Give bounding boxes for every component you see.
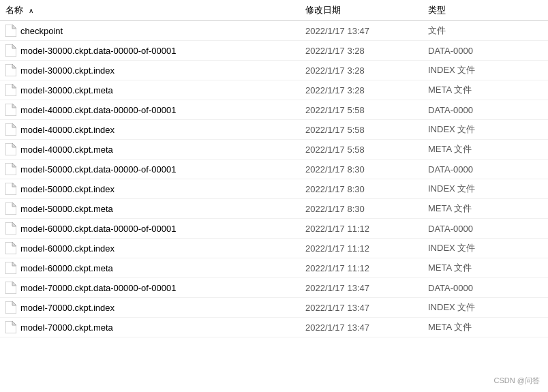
- file-type-cell: META 文件: [423, 80, 548, 100]
- svg-marker-0: [5, 25, 16, 37]
- svg-marker-1: [12, 25, 16, 29]
- file-name-text: model-70000.ckpt.meta: [20, 322, 113, 333]
- svg-marker-29: [12, 301, 16, 305]
- file-name-cell: model-40000.ckpt.meta: [0, 140, 300, 160]
- file-icon: [5, 222, 16, 235]
- file-name-text: model-50000.ckpt.meta: [20, 204, 113, 214]
- file-name-cell: model-50000.ckpt.index: [0, 179, 300, 199]
- table-row[interactable]: model-60000.ckpt.meta2022/1/17 11:12META…: [0, 258, 548, 278]
- file-icon: [5, 44, 16, 57]
- file-name-text: model-40000.ckpt.data-00000-of-00001: [20, 105, 176, 115]
- file-icon: [5, 282, 16, 294]
- file-name-text: model-30000.ckpt.data-00000-of-00001: [20, 46, 176, 56]
- table-row[interactable]: model-40000.ckpt.index2022/1/17 5:58INDE…: [0, 120, 548, 140]
- svg-marker-14: [5, 163, 16, 175]
- file-name-cell: model-30000.ckpt.index: [0, 61, 300, 80]
- watermark: CSDN @问答: [491, 375, 543, 387]
- svg-marker-8: [5, 104, 16, 116]
- file-name-text: model-70000.ckpt.data-00000-of-00001: [20, 283, 176, 293]
- table-row[interactable]: model-40000.ckpt.data-00000-of-000012022…: [0, 100, 548, 120]
- file-name-text: model-30000.ckpt.meta: [20, 85, 113, 95]
- file-name-text: model-40000.ckpt.index: [20, 125, 115, 135]
- column-header-date[interactable]: 修改日期: [300, 0, 423, 21]
- table-row[interactable]: model-70000.ckpt.data-00000-of-000012022…: [0, 278, 548, 298]
- file-name-cell: model-30000.ckpt.meta: [0, 80, 300, 100]
- svg-marker-12: [5, 143, 16, 155]
- file-name-text: model-50000.ckpt.index: [20, 184, 115, 194]
- file-name-cell: model-70000.ckpt.index: [0, 298, 300, 318]
- svg-marker-25: [12, 262, 16, 266]
- column-header-name[interactable]: 名称 ∧: [0, 0, 300, 21]
- file-date-cell: 2022/1/17 5:58: [300, 100, 423, 120]
- file-date-cell: 2022/1/17 3:28: [300, 61, 423, 80]
- file-date-cell: 2022/1/17 5:58: [300, 120, 423, 140]
- file-date-cell: 2022/1/17 13:47: [300, 318, 423, 337]
- table-row[interactable]: model-30000.ckpt.index2022/1/17 3:28INDE…: [0, 61, 548, 80]
- file-date-cell: 2022/1/17 13:47: [300, 298, 423, 318]
- file-name-cell: model-50000.ckpt.data-00000-of-00001: [0, 160, 300, 179]
- sort-arrow-icon: ∧: [29, 7, 33, 14]
- file-type-cell: INDEX 文件: [423, 239, 548, 258]
- svg-marker-19: [12, 202, 16, 207]
- file-icon: [5, 242, 16, 254]
- svg-marker-10: [5, 123, 16, 136]
- svg-marker-11: [12, 123, 16, 127]
- file-icon: [5, 143, 16, 155]
- svg-marker-6: [5, 84, 16, 96]
- svg-marker-28: [5, 301, 16, 314]
- svg-marker-7: [12, 84, 16, 88]
- file-name-cell: model-70000.ckpt.data-00000-of-00001: [0, 278, 300, 298]
- file-type-cell: 文件: [423, 21, 548, 41]
- file-icon: [5, 84, 16, 96]
- file-type-cell: META 文件: [423, 199, 548, 219]
- table-header-row: 名称 ∧ 修改日期 类型: [0, 0, 548, 21]
- file-type-cell: META 文件: [423, 318, 548, 337]
- svg-marker-30: [5, 321, 16, 333]
- file-type-cell: INDEX 文件: [423, 298, 548, 318]
- file-name-cell: model-70000.ckpt.meta: [0, 318, 300, 337]
- file-name-text: model-60000.ckpt.meta: [20, 263, 113, 273]
- column-header-type[interactable]: 类型: [423, 0, 548, 21]
- file-date-cell: 2022/1/17 13:47: [300, 21, 423, 41]
- svg-marker-24: [5, 262, 16, 274]
- file-type-cell: META 文件: [423, 140, 548, 160]
- file-type-cell: DATA-0000: [423, 41, 548, 61]
- file-icon: [5, 64, 16, 76]
- svg-marker-18: [5, 202, 16, 215]
- svg-marker-16: [5, 183, 16, 195]
- svg-marker-15: [12, 163, 16, 167]
- table-row[interactable]: model-70000.ckpt.index2022/1/17 13:47IND…: [0, 298, 548, 318]
- table-row[interactable]: model-30000.ckpt.meta2022/1/17 3:28META …: [0, 80, 548, 100]
- file-date-cell: 2022/1/17 8:30: [300, 199, 423, 219]
- svg-marker-21: [12, 222, 16, 226]
- file-date-cell: 2022/1/17 11:12: [300, 219, 423, 239]
- table-row[interactable]: model-50000.ckpt.meta2022/1/17 8:30META …: [0, 199, 548, 219]
- file-name-text: model-50000.ckpt.data-00000-of-00001: [20, 164, 176, 175]
- file-name-cell: model-40000.ckpt.data-00000-of-00001: [0, 100, 300, 120]
- table-row[interactable]: model-30000.ckpt.data-00000-of-000012022…: [0, 41, 548, 61]
- file-type-cell: DATA-0000: [423, 160, 548, 179]
- file-date-cell: 2022/1/17 3:28: [300, 41, 423, 61]
- table-row[interactable]: model-40000.ckpt.meta2022/1/17 5:58META …: [0, 140, 548, 160]
- table-row[interactable]: checkpoint2022/1/17 13:47文件: [0, 21, 548, 41]
- svg-marker-5: [12, 64, 16, 68]
- file-date-cell: 2022/1/17 5:58: [300, 140, 423, 160]
- table-row[interactable]: model-60000.ckpt.data-00000-of-000012022…: [0, 219, 548, 239]
- svg-marker-13: [12, 143, 16, 147]
- file-date-cell: 2022/1/17 8:30: [300, 179, 423, 199]
- table-row[interactable]: model-50000.ckpt.data-00000-of-000012022…: [0, 160, 548, 179]
- file-name-cell: model-60000.ckpt.data-00000-of-00001: [0, 219, 300, 239]
- file-name-text: checkpoint: [20, 26, 63, 36]
- file-icon: [5, 183, 16, 195]
- table-row[interactable]: model-60000.ckpt.index2022/1/17 11:12IND…: [0, 239, 548, 258]
- file-name-cell: model-60000.ckpt.index: [0, 239, 300, 258]
- file-type-cell: INDEX 文件: [423, 61, 548, 80]
- file-type-cell: DATA-0000: [423, 100, 548, 120]
- svg-marker-20: [5, 222, 16, 235]
- table-row[interactable]: model-70000.ckpt.meta2022/1/17 13:47META…: [0, 318, 548, 337]
- file-date-cell: 2022/1/17 3:28: [300, 80, 423, 100]
- svg-marker-31: [12, 321, 16, 325]
- table-row[interactable]: model-50000.ckpt.index2022/1/17 8:30INDE…: [0, 179, 548, 199]
- file-icon: [5, 202, 16, 215]
- svg-marker-3: [12, 44, 16, 48]
